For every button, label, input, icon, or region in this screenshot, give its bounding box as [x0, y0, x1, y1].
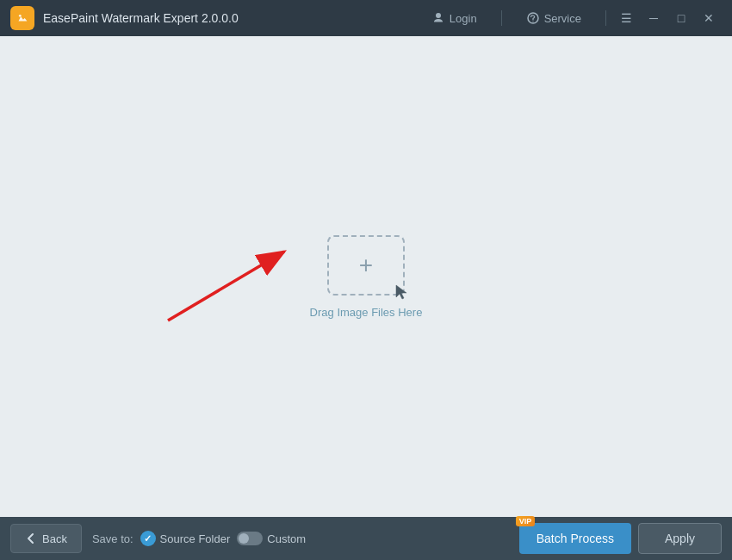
red-arrow-indicator	[159, 226, 314, 338]
title-bar-controls: Login Service	[425, 8, 606, 28]
svg-point-1	[19, 15, 22, 17]
window-controls: ☰ ─ □ ✕	[613, 5, 722, 31]
login-button[interactable]: Login	[425, 8, 484, 28]
apply-button[interactable]: Apply	[638, 523, 722, 554]
custom-toggle	[237, 532, 263, 545]
svg-line-5	[168, 252, 284, 320]
drag-label: Drag Image Files Here	[310, 306, 423, 319]
batch-process-button[interactable]: VIP Batch Process	[519, 523, 631, 554]
right-action-buttons: VIP Batch Process Apply	[519, 523, 722, 554]
save-to-section: Save to: Source Folder Custom	[92, 531, 509, 546]
source-folder-check	[140, 531, 156, 546]
bottom-bar: Back Save to: Source Folder Custom VIP B…	[0, 517, 732, 560]
main-content-area: + Drag Image Files Here	[0, 36, 732, 517]
title-bar: EasePaint Watermark Expert 2.0.0.0 Login…	[0, 0, 732, 36]
close-button[interactable]: ✕	[696, 5, 722, 31]
add-files-button[interactable]: +	[327, 235, 405, 296]
svg-point-3	[532, 21, 533, 22]
back-button[interactable]: Back	[10, 524, 82, 553]
separator-2	[605, 10, 606, 26]
menu-button[interactable]: ☰	[613, 5, 639, 31]
plus-icon: +	[359, 253, 373, 277]
source-folder-option[interactable]: Source Folder	[140, 531, 231, 546]
custom-option[interactable]: Custom	[237, 532, 306, 545]
drop-zone: + Drag Image Files Here	[310, 235, 423, 319]
app-title: EasePaint Watermark Expert 2.0.0.0	[43, 11, 425, 25]
svg-rect-0	[16, 12, 28, 24]
cursor-icon	[393, 283, 410, 301]
service-button[interactable]: Service	[519, 8, 588, 28]
maximize-button[interactable]: □	[668, 5, 694, 31]
custom-label: Custom	[267, 532, 306, 545]
minimize-button[interactable]: ─	[641, 5, 667, 31]
app-logo	[10, 6, 34, 30]
save-to-label: Save to:	[92, 532, 133, 545]
vip-badge: VIP	[516, 516, 536, 526]
separator	[501, 10, 502, 26]
source-folder-label: Source Folder	[160, 532, 231, 545]
